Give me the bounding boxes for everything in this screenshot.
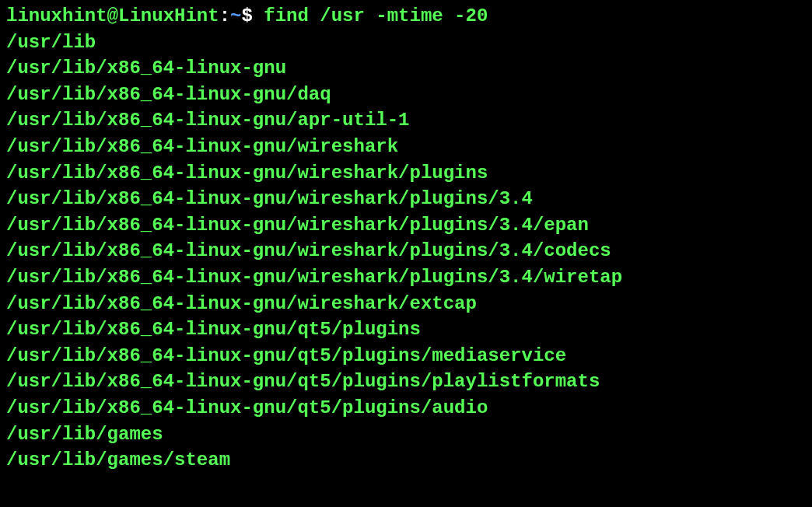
output-line: /usr/lib/games/steam — [6, 447, 806, 474]
output-line: /usr/lib/x86_64-linux-gnu/wireshark/plug… — [6, 160, 806, 187]
output-line: /usr/lib/x86_64-linux-gnu/wireshark/extc… — [6, 291, 806, 317]
prompt-colon: : — [219, 5, 230, 26]
prompt-user: linuxhint@LinuxHint — [6, 5, 219, 26]
output-line: /usr/lib/x86_64-linux-gnu/daq — [6, 82, 806, 108]
output-line: /usr/lib/x86_64-linux-gnu/wireshark — [6, 134, 806, 160]
output-line: /usr/lib/x86_64-linux-gnu/qt5/plugins/me… — [6, 343, 806, 369]
prompt-dollar: $ — [241, 5, 264, 26]
prompt-path: ~ — [230, 5, 241, 26]
output-line: /usr/lib/x86_64-linux-gnu/wireshark/plug… — [6, 186, 806, 212]
output-line: /usr/lib/x86_64-linux-gnu/qt5/plugins — [6, 316, 806, 343]
output-line: /usr/lib/x86_64-linux-gnu/wireshark/plug… — [6, 238, 806, 264]
output-line: /usr/lib/x86_64-linux-gnu/qt5/plugins/pl… — [6, 369, 806, 395]
output-line: /usr/lib — [6, 30, 806, 56]
output-line: /usr/lib/x86_64-linux-gnu — [6, 55, 806, 82]
output-line: /usr/lib/x86_64-linux-gnu/wireshark/plug… — [6, 212, 806, 239]
command-text: find /usr -mtime -20 — [264, 5, 488, 26]
output-line: /usr/lib/x86_64-linux-gnu/wireshark/plug… — [6, 264, 806, 291]
output-line: /usr/lib/x86_64-linux-gnu/qt5/plugins/au… — [6, 395, 806, 421]
output-line: /usr/lib/games — [6, 421, 806, 448]
output-line: /usr/lib/x86_64-linux-gnu/apr-util-1 — [6, 107, 806, 134]
terminal-window[interactable]: linuxhint@LinuxHint:~$ find /usr -mtime … — [6, 3, 806, 474]
command-line: linuxhint@LinuxHint:~$ find /usr -mtime … — [6, 3, 806, 30]
